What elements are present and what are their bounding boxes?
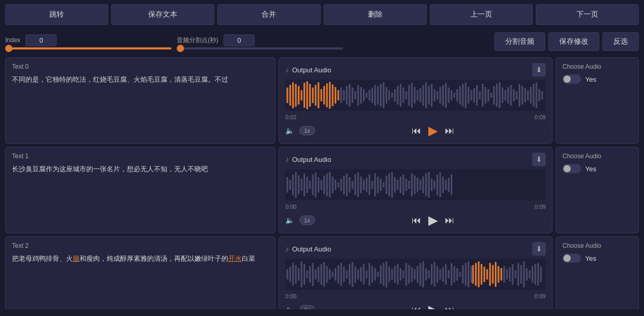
svg-rect-215 xyxy=(439,269,441,280)
speed-badge-1[interactable]: 1x xyxy=(299,216,315,225)
svg-rect-149 xyxy=(451,174,452,195)
jump-button[interactable]: 跳转 xyxy=(5,4,108,25)
svg-rect-37 xyxy=(391,93,393,98)
svg-rect-67 xyxy=(476,85,478,106)
merge-button[interactable]: 合并 xyxy=(217,4,320,25)
forward-button-1[interactable]: ⏭ xyxy=(445,215,454,226)
play-controls-2: ⏮ ▶ ⏭ xyxy=(412,302,454,309)
download-button-2[interactable]: ⬇ xyxy=(532,242,546,256)
playback-controls-0: 🔈 1x ⏮ ▶ ⏭ xyxy=(285,123,546,138)
play-button-1[interactable]: ▶ xyxy=(428,213,438,227)
rewind-button-0[interactable]: ⏮ xyxy=(412,125,421,136)
svg-rect-82 xyxy=(519,84,520,107)
play-button-0[interactable]: ▶ xyxy=(428,123,438,138)
forward-button-0[interactable]: ⏭ xyxy=(445,125,454,136)
svg-rect-38 xyxy=(394,89,396,102)
speed-badge-0[interactable]: 1x xyxy=(299,126,315,135)
delete-button[interactable]: 删除 xyxy=(324,4,427,25)
download-button-0[interactable]: ⬇ xyxy=(532,63,546,77)
svg-rect-64 xyxy=(468,87,469,104)
volume-icon-2[interactable]: 🔈 xyxy=(285,306,294,309)
svg-rect-189 xyxy=(366,270,367,279)
svg-rect-207 xyxy=(417,266,418,283)
svg-rect-69 xyxy=(482,84,483,107)
svg-rect-75 xyxy=(499,82,501,108)
svg-rect-156 xyxy=(304,264,305,285)
time-start-2: 0:00 xyxy=(285,293,296,299)
svg-rect-154 xyxy=(298,268,299,281)
svg-rect-78 xyxy=(507,87,509,104)
svg-rect-186 xyxy=(357,269,359,280)
svg-rect-137 xyxy=(417,178,418,192)
rewind-button-1[interactable]: ⏮ xyxy=(412,215,421,226)
svg-rect-57 xyxy=(448,87,450,103)
toggle-switch-0[interactable] xyxy=(562,74,581,84)
svg-rect-2 xyxy=(292,82,294,108)
svg-rect-18 xyxy=(337,90,339,100)
svg-rect-35 xyxy=(386,87,387,104)
svg-rect-134 xyxy=(408,181,410,189)
rewind-button-2[interactable]: ⏮ xyxy=(412,305,421,310)
forward-button-2[interactable]: ⏭ xyxy=(445,305,454,310)
svg-rect-199 xyxy=(394,266,396,283)
speed-badge-2[interactable]: 1x xyxy=(299,305,315,309)
svg-rect-93 xyxy=(292,174,294,195)
svg-rect-180 xyxy=(340,263,342,286)
svg-rect-101 xyxy=(315,172,317,197)
audio-header-2: ♪ Output Audio ⬇ xyxy=(285,242,546,256)
audio-title-0: ♪ Output Audio xyxy=(285,66,331,74)
toolbar: 跳转 保存文本 合并 删除 上一页 下一页 xyxy=(0,0,644,29)
toggle-row-2: Yes xyxy=(562,254,632,263)
svg-rect-169 xyxy=(481,264,482,285)
svg-rect-1 xyxy=(290,85,291,106)
svg-rect-27 xyxy=(363,89,364,102)
toggle-value-2: Yes xyxy=(585,255,596,262)
svg-rect-48 xyxy=(423,85,424,106)
audio-split-slider[interactable] xyxy=(177,47,343,49)
text-title-0: Text 0 xyxy=(12,63,269,70)
svg-rect-70 xyxy=(484,87,486,104)
play-button-2[interactable]: ▶ xyxy=(428,302,438,309)
svg-rect-213 xyxy=(433,262,435,287)
svg-rect-132 xyxy=(402,174,404,195)
svg-rect-211 xyxy=(428,270,429,279)
svg-rect-118 xyxy=(363,180,364,190)
svg-rect-121 xyxy=(372,181,373,189)
svg-rect-159 xyxy=(312,263,313,286)
volume-icon-1[interactable]: 🔈 xyxy=(285,216,294,224)
svg-rect-13 xyxy=(323,86,325,105)
download-button-1[interactable]: ⬇ xyxy=(532,153,546,166)
text-panel-1: Text 1 长沙臭豆腐作为这座城市的一张名片，想必无人不知，无人不晓吧 xyxy=(5,147,275,233)
svg-rect-166 xyxy=(472,265,474,284)
svg-rect-145 xyxy=(439,172,441,197)
svg-rect-214 xyxy=(437,266,438,283)
choose-audio-panel-2: Choose Audio Yes xyxy=(556,236,639,309)
next-page-button[interactable]: 下一页 xyxy=(536,4,639,25)
svg-rect-62 xyxy=(462,84,464,107)
toggle-switch-1[interactable] xyxy=(562,164,581,173)
time-row-0: 0:02 0:09 xyxy=(285,114,546,120)
svg-rect-170 xyxy=(483,267,485,282)
volume-icon-0[interactable]: 🔈 xyxy=(285,127,294,135)
toggle-switch-2[interactable] xyxy=(562,254,581,263)
svg-rect-22 xyxy=(349,84,350,107)
save-text-button[interactable]: 保存文本 xyxy=(111,4,214,25)
svg-rect-3 xyxy=(295,84,297,107)
time-start-0: 0:02 xyxy=(285,114,296,120)
svg-rect-100 xyxy=(312,174,313,195)
svg-rect-234 xyxy=(523,261,524,287)
text-content-2: 把老母鸡鸭排骨、火腿和瘦肉，炖成醇厚素雅的清汤，再配以嫩绿叶子的开水白菜 xyxy=(12,254,269,264)
svg-rect-171 xyxy=(487,269,488,280)
svg-rect-32 xyxy=(377,86,378,105)
svg-rect-110 xyxy=(340,179,342,191)
svg-rect-63 xyxy=(465,82,466,108)
index-slider[interactable] xyxy=(5,47,172,49)
split-audio-button[interactable]: 分割音频 xyxy=(494,32,545,51)
svg-rect-237 xyxy=(532,266,533,283)
invert-button[interactable]: 反选 xyxy=(602,32,639,51)
save-changes-button[interactable]: 保存修改 xyxy=(548,32,599,51)
svg-rect-59 xyxy=(453,93,455,98)
prev-page-button[interactable]: 上一页 xyxy=(430,4,533,25)
svg-rect-204 xyxy=(408,265,410,284)
svg-rect-200 xyxy=(397,264,399,285)
